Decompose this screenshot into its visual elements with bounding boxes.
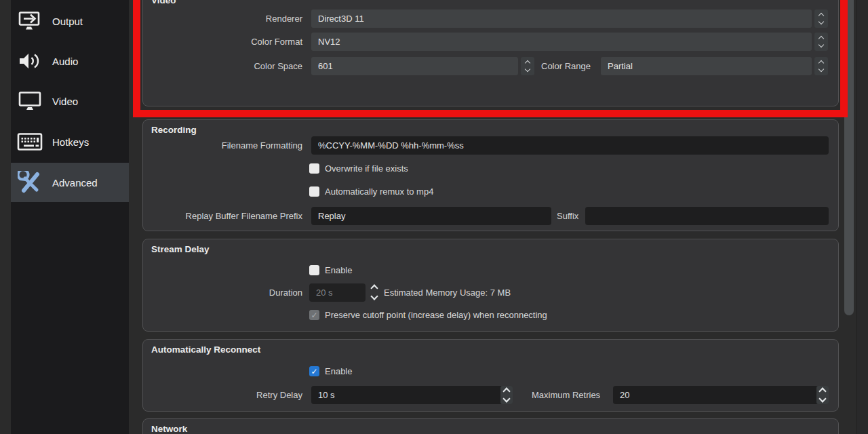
chevron-up-icon [818,13,824,18]
section-video: Video Renderer Direct3D 11 Color Format … [142,0,839,106]
renderer-stepper[interactable] [814,9,828,28]
retry-delay-input[interactable] [311,386,513,404]
color-range-value: Partial [608,61,633,71]
sidebar-item-label: Output [52,16,83,27]
overwrite-checkbox[interactable]: Overwrite if file exists [309,163,408,174]
preserve-cutoff-checkbox: ✓ Preserve cutoff point (increase delay)… [309,310,547,320]
color-format-value: NV12 [318,37,340,47]
renderer-value: Direct3D 11 [318,14,364,24]
advanced-icon [16,171,43,194]
output-icon [16,9,43,33]
estimated-memory-text: Estimated Memory Usage: 7 MB [384,283,511,302]
section-title-network: Network [151,424,187,434]
chevron-up-icon [525,60,530,66]
settings-nav-list: Output Audio Video [11,0,129,434]
reconnect-enable-checkbox[interactable]: ✓ Enable [309,366,352,376]
check-icon: ✓ [311,311,317,320]
color-range-combobox[interactable]: Partial [601,57,812,75]
duration-stepper [368,282,380,302]
chevron-up-icon [818,60,824,66]
chevron-down-icon [818,66,824,72]
sidebar-item-video[interactable]: Video [11,81,129,121]
obs-settings-window: Output Audio Video [0,0,868,434]
chevron-down-icon [818,19,824,24]
filename-formatting-label: Filename Formatting [143,136,302,155]
retry-delay-stepper[interactable] [500,386,513,404]
chevron-up-icon [370,284,378,292]
max-retries-input[interactable] [613,386,829,404]
checkbox-label: Enable [325,366,352,376]
section-auto-reconnect: Automatically Reconnect ✓ Enable Retry D… [142,339,839,412]
sidebar-item-hotkeys[interactable]: Hotkeys [11,122,129,161]
color-format-stepper[interactable] [814,33,828,51]
max-retries-label: Maximum Retries [532,386,600,404]
filename-formatting-input[interactable] [311,136,829,155]
chevron-down-icon [370,292,378,300]
checkbox-box: ✓ [309,366,319,376]
sidebar-item-output[interactable]: Output [11,1,129,41]
chevron-down-icon [818,42,824,47]
section-recording: Recording Filename Formatting Overwrite … [142,119,839,231]
sidebar-item-label: Audio [52,56,78,67]
sidebar-item-label: Advanced [52,177,98,189]
chevron-down-icon [502,395,510,402]
color-space-combobox[interactable]: 601 [311,57,518,75]
color-range-label: Color Range [541,57,591,75]
retry-delay-label: Retry Delay [143,386,302,404]
section-stream-delay: Stream Delay Enable Duration Estimated M… [142,239,839,332]
replay-prefix-input[interactable] [311,207,551,225]
audio-icon [16,50,43,73]
sidebar-item-label: Video [52,96,78,107]
color-format-combobox[interactable]: NV12 [311,33,812,51]
remux-checkbox[interactable]: Automatically remux to mp4 [309,186,433,197]
max-retries-stepper[interactable] [816,386,829,404]
chevron-up-icon [502,387,510,395]
sidebar-item-audio[interactable]: Audio [11,41,129,81]
video-icon [16,90,43,113]
chevron-up-icon [818,36,824,41]
suffix-label: Suffix [557,207,578,225]
color-space-stepper[interactable] [521,57,534,75]
checkbox-box [309,163,319,174]
suffix-input[interactable] [585,207,829,225]
renderer-label: Renderer [143,9,302,28]
checkbox-box: ✓ [309,310,319,320]
checkbox-box [309,265,319,275]
checkbox-label: Automatically remux to mp4 [325,186,433,197]
vertical-scrollbar-thumb[interactable] [844,0,854,315]
sidebar-item-advanced[interactable]: Advanced [11,163,129,202]
hotkeys-icon [16,130,43,153]
checkbox-label: Overwrite if file exists [325,163,408,174]
check-icon: ✓ [311,367,317,376]
section-title-recording: Recording [151,125,197,135]
section-title-stream-delay: Stream Delay [151,244,210,254]
sidebar-item-label: Hotkeys [52,136,89,148]
color-space-label: Color Space [143,57,302,75]
renderer-combobox[interactable]: Direct3D 11 [311,9,812,28]
checkbox-label: Preserve cutoff point (increase delay) w… [325,310,547,320]
dialog-right-edge [856,0,868,434]
chevron-down-icon [818,395,826,402]
replay-prefix-label: Replay Buffer Filename Prefix [143,207,302,225]
checkbox-label: Enable [325,265,352,275]
section-network: Network [142,418,839,434]
chevron-up-icon [818,387,826,395]
stream-delay-enable-checkbox[interactable]: Enable [309,265,352,275]
chevron-down-icon [525,66,530,72]
color-format-label: Color Format [143,33,302,51]
duration-input [309,283,366,302]
color-space-value: 601 [318,61,333,71]
checkbox-box [309,186,319,197]
section-title-video: Video [151,0,176,5]
section-title-auto-reconnect: Automatically Reconnect [151,344,260,355]
duration-label: Duration [143,283,302,302]
color-range-stepper[interactable] [814,57,828,75]
